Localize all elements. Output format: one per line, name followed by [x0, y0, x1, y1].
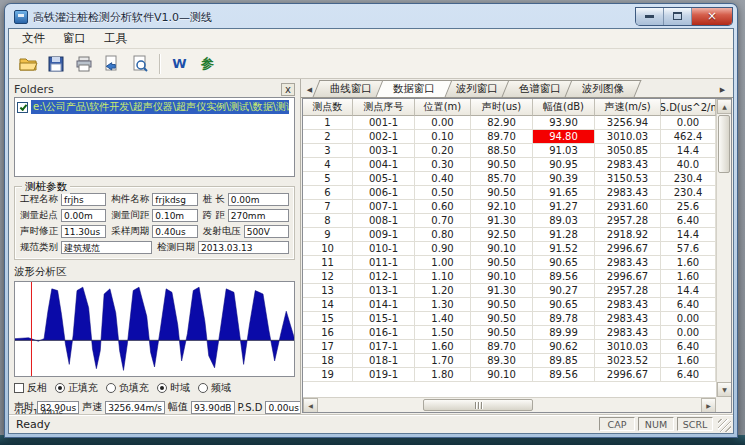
preview-button[interactable] — [127, 52, 152, 76]
table-cell: 8 — [303, 214, 353, 228]
print-button[interactable] — [71, 52, 96, 76]
table-row[interactable]: 11011-11.0090.5090.652983.431.60 — [303, 256, 716, 270]
table-row[interactable]: 2002-10.1089.7094.803010.03462.4 — [303, 130, 716, 144]
control-label: 负填充 — [119, 381, 149, 395]
menu-item-2[interactable]: 工具 — [95, 29, 136, 48]
control-radio[interactable]: 正填充 — [55, 381, 98, 395]
table-cell: 91.65 — [533, 186, 595, 200]
table-row[interactable]: 18018-11.7089.3089.853023.521.60 — [303, 354, 716, 368]
control-checkbox[interactable]: 反相 — [14, 381, 47, 395]
table-cell: 230.4 — [661, 186, 716, 200]
parameter-input[interactable]: 建筑规范 — [61, 241, 152, 254]
resize-grip[interactable] — [718, 419, 731, 432]
control-radio[interactable]: 时域 — [157, 381, 190, 395]
radio-unchecked-icon[interactable] — [198, 383, 208, 393]
parameters-button[interactable]: 参 — [195, 52, 220, 76]
radio-checked-icon[interactable] — [55, 383, 65, 393]
table-row[interactable]: 14014-11.3090.5090.652983.436.40 — [303, 298, 716, 312]
checkbox-unchecked-icon[interactable] — [14, 383, 24, 393]
table-row[interactable]: 5005-10.4085.7090.393150.53230.4 — [303, 172, 716, 186]
maximize-button[interactable] — [664, 8, 692, 25]
selected-file-path[interactable]: e:\公司产品\软件开发\超声仪器\超声仪实例\测试\数据\测试cd\p003\… — [31, 100, 289, 114]
control-radio[interactable]: 频域 — [198, 381, 231, 395]
tree-item[interactable]: e:\公司产品\软件开发\超声仪器\超声仪实例\测试\数据\测试cd\p003\… — [17, 100, 292, 114]
column-header[interactable]: 位置(m) — [415, 99, 471, 116]
table-row[interactable]: 8008-10.7091.3089.032957.286.40 — [303, 214, 716, 228]
scroll-right-arrow[interactable]: ▶ — [701, 398, 716, 413]
table-row[interactable]: 4004-10.3090.5090.952983.4340.0 — [303, 158, 716, 172]
waveform-plot[interactable] — [14, 281, 295, 377]
table-cell: 40.0 — [661, 158, 716, 172]
table-cell: 12 — [303, 270, 353, 284]
close-button[interactable]: × — [692, 8, 732, 25]
table-row[interactable]: 16016-11.5090.5089.992983.430.00 — [303, 326, 716, 340]
parameter-input[interactable]: 270mm — [228, 209, 289, 222]
column-header[interactable]: 声时(us) — [471, 99, 533, 116]
table-row[interactable]: 1001-10.0082.9093.903256.940.00 — [303, 116, 716, 130]
table-row[interactable]: 12012-11.1090.1089.562996.671.60 — [303, 270, 716, 284]
table-row[interactable]: 7007-10.6092.1091.272931.6025.6 — [303, 200, 716, 214]
table-cell: 89.85 — [533, 354, 595, 368]
menu-item-1[interactable]: 窗口 — [54, 29, 95, 48]
table-row[interactable]: 10010-10.9090.1091.522996.6757.6 — [303, 242, 716, 256]
title-bar[interactable]: 高铁灌注桩检测分析软件V1.0—测线 × — [8, 4, 734, 28]
table-cell: 89.78 — [533, 312, 595, 326]
parameter-input[interactable]: frjkdsg — [152, 193, 197, 206]
scroll-up-arrow[interactable]: ▲ — [717, 99, 732, 114]
scroll-down-arrow[interactable]: ▼ — [717, 382, 732, 397]
table-row[interactable]: 6006-10.5090.5091.652983.43230.4 — [303, 186, 716, 200]
save-button[interactable] — [43, 52, 68, 76]
parameter-input[interactable]: 0.10m — [152, 209, 197, 222]
table-row[interactable]: 19019-11.8090.1089.562996.676.40 — [303, 368, 716, 382]
table-cell: 89.03 — [533, 214, 595, 228]
vertical-scrollbar[interactable]: ▲ ▼ — [716, 99, 731, 397]
thumb-grip — [478, 402, 479, 409]
vertical-scroll-thumb[interactable] — [718, 115, 730, 173]
horizontal-scrollbar[interactable]: ◀ ▶ — [303, 397, 716, 412]
column-header[interactable]: 测点序号 — [353, 99, 415, 116]
radio-checked-icon[interactable] — [157, 383, 167, 393]
column-header[interactable]: 幅值(dB) — [533, 99, 595, 116]
tab-scroll-right-button[interactable]: ▶ — [716, 82, 729, 97]
parameter-input[interactable]: 0.00m — [228, 193, 289, 206]
table-cell: 2918.92 — [595, 228, 661, 242]
horizontal-scroll-thumb[interactable] — [423, 399, 533, 411]
table-cell: 1.80 — [415, 368, 471, 382]
table-row[interactable]: 15015-11.4090.5089.782983.430.00 — [303, 312, 716, 326]
table-row[interactable]: 3003-10.2088.5091.033050.8514.4 — [303, 144, 716, 158]
parameter-input[interactable]: 0.40us — [152, 225, 197, 238]
radio-unchecked-icon[interactable] — [106, 383, 116, 393]
column-header[interactable]: 测点数 — [303, 99, 353, 116]
minimize-button[interactable] — [636, 8, 664, 25]
open-button[interactable] — [15, 52, 40, 76]
export-button[interactable] — [99, 52, 124, 76]
word-export-button[interactable]: W — [167, 52, 192, 76]
printer-icon — [74, 54, 94, 74]
table-row[interactable]: 17017-11.6089.7090.623010.036.40 — [303, 340, 716, 354]
parameter-input[interactable]: 11.30us — [61, 225, 106, 238]
table-cell: 14.4 — [661, 144, 716, 158]
table-cell: 15 — [303, 312, 353, 326]
parameter-input[interactable]: 500V — [244, 225, 289, 238]
tab-strip: ◀ 曲线窗口数据窗口波列窗口色谱窗口波列图像 ▶ — [301, 79, 733, 98]
panel-close-button[interactable]: x — [281, 83, 295, 96]
folders-title: Folders — [14, 83, 54, 96]
scroll-left-arrow[interactable]: ◀ — [303, 398, 318, 413]
tab-1[interactable]: 数据窗口 — [376, 80, 453, 97]
menu-item-0[interactable]: 文件 — [13, 29, 54, 48]
table-row[interactable]: 13013-11.2091.3090.272957.2814.4 — [303, 284, 716, 298]
table-cell: 6.40 — [661, 340, 716, 354]
control-radio[interactable]: 负填充 — [106, 381, 149, 395]
folders-tree[interactable]: e:\公司产品\软件开发\超声仪器\超声仪实例\测试\数据\测试cd\p003\… — [14, 97, 295, 176]
parameter-input[interactable]: frjhs — [61, 193, 106, 206]
tab-4[interactable]: 波列图像 — [565, 80, 642, 97]
parameter-input[interactable]: 0.00m — [61, 209, 106, 222]
table-cell: 2996.67 — [595, 242, 661, 256]
parameter-input[interactable]: 2013.03.13 — [198, 241, 289, 254]
parameter-field-group: 测量间距0.10m — [111, 209, 197, 222]
column-header[interactable]: 声速(m/s) — [595, 99, 661, 116]
table-row[interactable]: 9009-10.8092.5091.282918.9214.4 — [303, 228, 716, 242]
column-header[interactable]: P.S.D(us^2/m) — [661, 99, 716, 116]
checkbox-checked[interactable] — [17, 102, 28, 113]
table-cell: 2996.67 — [595, 270, 661, 284]
